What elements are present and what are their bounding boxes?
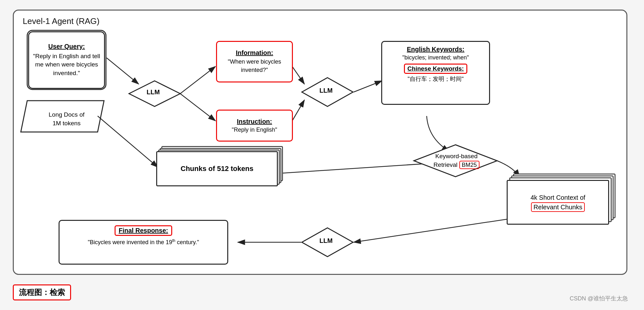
instruction-box: Instruction: "Reply in English" — [216, 110, 293, 142]
chunks-label: Chunks of 512 tokens — [181, 165, 253, 173]
final-response-label: Final Response: — [115, 225, 172, 236]
keywords-box: English Keywords: "bicycles; invented; w… — [381, 41, 490, 105]
instruction-text: "Reply in English" — [232, 127, 277, 133]
information-label: Information: — [236, 49, 273, 57]
svg-line-2 — [107, 58, 139, 84]
svg-line-8 — [292, 100, 304, 121]
retrieval-label: Keyword-based Retrieval BM25 — [413, 152, 500, 169]
svg-line-4 — [180, 66, 215, 94]
instruction-label: Instruction: — [237, 118, 272, 125]
chi-keywords-label: Chinese Keywords: — [404, 64, 467, 74]
flowchart-label: 流程图：检索 — [13, 284, 71, 300]
eng-keywords-text: "bicycles; invented; when" — [387, 54, 484, 61]
long-docs-text: Long Docs of1M tokens — [31, 108, 102, 130]
svg-line-9 — [354, 81, 382, 92]
llm3-label: LLM — [319, 237, 333, 244]
svg-line-5 — [180, 94, 215, 121]
watermark: CSDN @谁怕平生太急 — [570, 295, 628, 302]
user-query-box: User Query: "Reply in English and tell m… — [28, 31, 105, 89]
information-text: "When were bicycles invented?" — [221, 58, 287, 74]
chi-keywords-text: "自行车；发明；时间" — [387, 75, 484, 83]
main-diagram-container: Level-1 Agent (RAG) — [13, 10, 627, 275]
llm2-label: LLM — [319, 87, 333, 94]
svg-line-13 — [354, 218, 513, 242]
final-response-text: "Bicycles were invented in the 19th cent… — [65, 238, 221, 247]
final-response-box: Final Response: "Bicycles were invented … — [59, 220, 228, 265]
llm1-label: LLM — [147, 89, 160, 96]
user-query-text: "Reply in English and tell me when were … — [32, 52, 101, 78]
information-box: Information: "When were bicycles invente… — [216, 41, 293, 82]
bm25-badge: BM25 — [459, 161, 479, 169]
relevant-chunks-line1: 4k Short Context ofRelevant Chunks — [530, 193, 585, 212]
user-query-label: User Query: — [48, 43, 85, 50]
eng-keywords-label: English Keywords: — [387, 46, 484, 53]
diagram-title: Level-1 Agent (RAG) — [23, 16, 100, 26]
svg-line-7 — [292, 66, 304, 84]
